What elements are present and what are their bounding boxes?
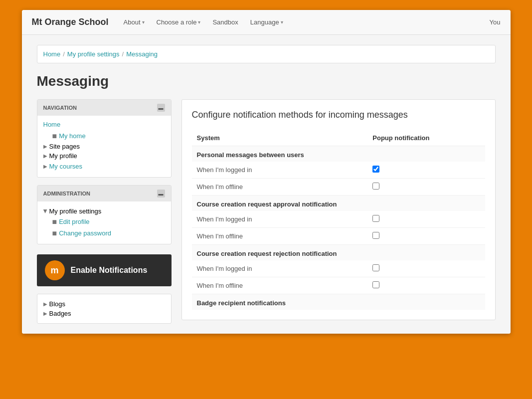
breadcrumb: Home / My profile settings / Messaging bbox=[37, 45, 496, 63]
breadcrumb-home[interactable]: Home bbox=[43, 49, 61, 59]
dot-icon: ■ bbox=[52, 229, 57, 237]
content-wrapper: Home / My profile settings / Messaging M… bbox=[22, 35, 511, 334]
navigation-block-content: Home ■ My home ▶ Site pages ▶ My profile bbox=[37, 116, 171, 177]
navigation-block: NAVIGATION ▬ Home ■ My home ▶ Site pages bbox=[37, 99, 172, 178]
arrow-icon: ▶ bbox=[43, 144, 47, 149]
nav-language[interactable]: Language ▾ bbox=[245, 15, 288, 29]
row-popup-cell bbox=[367, 179, 485, 196]
chevron-down-icon: ▾ bbox=[198, 19, 200, 25]
nav-about[interactable]: About ▾ bbox=[119, 15, 150, 29]
nav-sandbox[interactable]: Sandbox bbox=[207, 15, 243, 29]
nav-home-link[interactable]: Home bbox=[43, 121, 165, 128]
table-row: When I'm offline bbox=[192, 179, 485, 196]
breadcrumb-profile-settings[interactable]: My profile settings bbox=[67, 49, 120, 59]
config-table: System Popup notification Personal messa… bbox=[192, 130, 485, 310]
administration-collapse-button[interactable]: ▬ bbox=[157, 190, 165, 198]
notification-banner[interactable]: m Enable Notifications bbox=[37, 254, 172, 286]
popup-checkbox[interactable] bbox=[372, 166, 379, 173]
col-system-header: System bbox=[192, 130, 368, 146]
page-title: Messaging bbox=[37, 73, 496, 89]
user-menu[interactable]: You bbox=[490, 18, 501, 26]
table-section-row: Personal messages between users bbox=[192, 146, 485, 162]
breadcrumb-current: Messaging bbox=[126, 50, 158, 58]
dot-icon: ■ bbox=[52, 132, 57, 140]
nav-site-pages[interactable]: ▶ Site pages bbox=[43, 142, 165, 151]
popup-checkbox[interactable] bbox=[372, 232, 379, 239]
main-container: Mt Orange School About ▾ Choose a role ▾… bbox=[22, 10, 511, 334]
admin-change-password[interactable]: ■ Change password bbox=[43, 227, 165, 239]
row-popup-cell bbox=[367, 260, 485, 277]
extra-nav-block: ▶ Blogs ▶ Badges bbox=[37, 294, 172, 324]
navigation-block-header: NAVIGATION ▬ bbox=[37, 100, 171, 116]
section-title: Configure notification methods for incom… bbox=[192, 110, 485, 120]
main-content: Configure notification methods for incom… bbox=[181, 99, 496, 320]
table-section-row: Course creation request approval notific… bbox=[192, 196, 485, 211]
admin-profile-settings[interactable]: ▶ My profile settings bbox=[43, 206, 165, 216]
section-label: Badge recipient notifications bbox=[192, 294, 485, 310]
nav-my-profile[interactable]: ▶ My profile bbox=[43, 151, 165, 161]
row-label: When I'm offline bbox=[192, 179, 368, 196]
row-label: When I'm logged in bbox=[192, 162, 368, 179]
chevron-down-icon: ▾ bbox=[142, 19, 145, 25]
moodle-icon: m bbox=[45, 260, 65, 280]
table-section-row: Course creation request rejection notifi… bbox=[192, 245, 485, 261]
table-section-row: Badge recipient notifications bbox=[192, 294, 485, 310]
navigation-collapse-button[interactable]: ▬ bbox=[157, 104, 165, 112]
nav-badges[interactable]: ▶ Badges bbox=[43, 309, 165, 318]
row-label: When I'm offline bbox=[192, 277, 368, 294]
chevron-down-icon: ▾ bbox=[281, 19, 283, 25]
row-popup-cell bbox=[367, 277, 485, 294]
section-label: Course creation request approval notific… bbox=[192, 196, 485, 211]
popup-checkbox[interactable] bbox=[372, 183, 379, 190]
admin-edit-profile[interactable]: ■ Edit profile bbox=[43, 216, 165, 227]
table-row: When I'm logged in bbox=[192, 211, 485, 228]
col-popup-header: Popup notification bbox=[367, 130, 485, 146]
nav-choose-role[interactable]: Choose a role ▾ bbox=[152, 15, 206, 29]
table-row: When I'm offline bbox=[192, 228, 485, 245]
administration-block-header: ADMINISTRATION ▬ bbox=[37, 186, 171, 201]
administration-block: ADMINISTRATION ▬ ▶ My profile settings ■… bbox=[37, 185, 172, 244]
popup-checkbox[interactable] bbox=[372, 264, 379, 271]
sidebar: NAVIGATION ▬ Home ■ My home ▶ Site pages bbox=[37, 99, 172, 324]
navbar-nav: About ▾ Choose a role ▾ Sandbox Language… bbox=[119, 15, 490, 29]
popup-checkbox[interactable] bbox=[372, 281, 379, 288]
row-label: When I'm offline bbox=[192, 228, 368, 245]
arrow-icon: ▶ bbox=[43, 301, 47, 307]
row-popup-cell bbox=[367, 228, 485, 245]
row-popup-cell bbox=[367, 162, 485, 179]
arrow-down-icon: ▶ bbox=[42, 209, 48, 213]
arrow-icon: ▶ bbox=[43, 311, 47, 316]
row-label: When I'm logged in bbox=[192, 211, 368, 228]
nav-blogs[interactable]: ▶ Blogs bbox=[43, 299, 165, 309]
popup-checkbox[interactable] bbox=[372, 215, 379, 222]
table-row: When I'm logged in bbox=[192, 260, 485, 277]
arrow-icon: ▶ bbox=[43, 164, 47, 169]
section-label: Course creation request rejection notifi… bbox=[192, 245, 485, 261]
table-row: When I'm offline bbox=[192, 277, 485, 294]
nav-my-home[interactable]: ■ My home bbox=[43, 130, 165, 142]
breadcrumb-sep-2: / bbox=[122, 50, 124, 58]
row-label: When I'm logged in bbox=[192, 260, 368, 277]
breadcrumb-sep-1: / bbox=[63, 50, 65, 58]
dot-icon: ■ bbox=[52, 218, 57, 226]
row-popup-cell bbox=[367, 211, 485, 228]
site-brand: Mt Orange School bbox=[32, 17, 109, 27]
administration-block-content: ▶ My profile settings ■ Edit profile ■ C… bbox=[37, 201, 171, 244]
navbar: Mt Orange School About ▾ Choose a role ▾… bbox=[22, 10, 511, 35]
layout: NAVIGATION ▬ Home ■ My home ▶ Site pages bbox=[37, 99, 496, 324]
section-label: Personal messages between users bbox=[192, 146, 485, 162]
table-row: When I'm logged in bbox=[192, 162, 485, 179]
notification-text: Enable Notifications bbox=[71, 266, 148, 275]
extra-nav-content: ▶ Blogs ▶ Badges bbox=[37, 294, 171, 323]
nav-my-courses[interactable]: ▶ My courses bbox=[43, 161, 165, 172]
arrow-icon: ▶ bbox=[43, 153, 47, 159]
